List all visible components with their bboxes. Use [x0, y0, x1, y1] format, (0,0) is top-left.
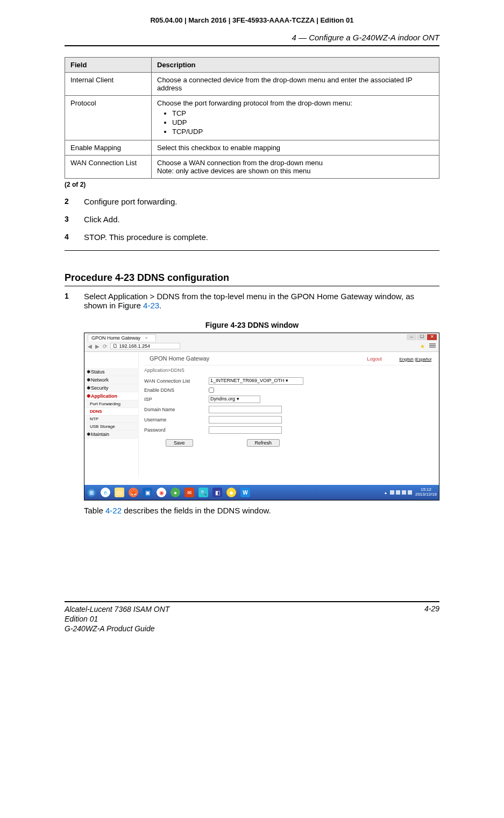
ie-icon[interactable]: e: [101, 488, 110, 497]
cell-desc: Choose a connected device from the drop-…: [152, 73, 439, 96]
footer-line-1: Alcatel-Lucent 7368 ISAM ONT: [65, 604, 169, 614]
taskbar-icons: ⊞ e 🗀 🦊 ▣ ◉ ● ✉ 🔍 ◧ ☻ W: [87, 488, 250, 497]
show-hidden-icon[interactable]: ▴: [385, 490, 387, 495]
green-app-icon[interactable]: ●: [171, 488, 180, 497]
close-icon[interactable]: ×: [145, 335, 148, 341]
close-icon[interactable]: ✕: [427, 334, 437, 340]
isp-select[interactable]: Dyndns.org ▾: [209, 396, 260, 403]
password-input[interactable]: [209, 426, 282, 434]
bookmark-icon[interactable]: ★: [420, 343, 425, 349]
sidebar-item-portforwarding[interactable]: Port Forwarding: [84, 400, 138, 408]
step-text-post: .: [159, 301, 161, 310]
cell-desc: Choose a WAN connection from the drop-do…: [152, 156, 439, 179]
step-text: Select Application > DDNS from the top-l…: [84, 292, 439, 310]
sidebar-item-application[interactable]: ✱Application: [84, 392, 138, 400]
step-number: 3: [65, 215, 84, 224]
table-ref-link[interactable]: 4-22: [105, 506, 122, 515]
breadcrumb: Application>DDNS: [144, 368, 434, 373]
sidebar-item-status[interactable]: ✱Status: [84, 368, 138, 376]
reload-icon[interactable]: ⟳: [103, 343, 108, 349]
domain-input[interactable]: [209, 406, 282, 413]
procedure-heading: Procedure 4-23 DDNS configuration: [65, 272, 439, 284]
protocol-list: TCP UDP TCP/UDP: [157, 109, 434, 136]
form-row-isp: ISP Dyndns.org ▾: [144, 396, 434, 403]
table-row: WAN Connection List Choose a WAN connect…: [65, 156, 439, 179]
taskbar-clock[interactable]: 15:12 2013/12/18: [415, 488, 437, 497]
refresh-button[interactable]: Refresh: [247, 439, 280, 447]
ddns-window-figure: GPON Home Gateway × ◀ ▶ ⟳ 🗋 192.168.1.25…: [84, 333, 439, 500]
messenger-icon[interactable]: ✉: [184, 488, 194, 497]
menu-icon[interactable]: [429, 343, 436, 348]
username-input[interactable]: [209, 416, 282, 424]
yellow-app-icon[interactable]: ☻: [226, 488, 236, 497]
step-number: 4: [65, 232, 84, 242]
tray-icons: [390, 490, 412, 495]
page-number: 4-29: [424, 604, 439, 634]
step-text: Configure port forwarding.: [84, 197, 439, 206]
list-item: TCP/UDP: [172, 128, 434, 136]
username-label: Username: [144, 417, 209, 422]
section-title: 4 — Configure a G-240WZ-A indoor ONT: [65, 33, 439, 42]
lang-espanol-link[interactable]: Español: [416, 357, 431, 362]
wan-select[interactable]: 1_INTERNET_TR069_VOIP_OTH ▾: [209, 377, 303, 385]
start-button-icon[interactable]: ⊞: [87, 488, 96, 497]
explorer-icon[interactable]: 🗀: [115, 488, 124, 497]
procedure-end-rule: [65, 250, 439, 251]
url-input[interactable]: 🗋 192.168.1.254: [110, 343, 180, 349]
chrome-icon[interactable]: ◉: [157, 488, 166, 497]
minimize-icon[interactable]: –: [407, 334, 416, 340]
sidebar-item-security[interactable]: ✱Security: [84, 384, 138, 392]
recorder-icon[interactable]: ◧: [212, 488, 222, 497]
tray-icon[interactable]: [396, 490, 400, 495]
sidebar-item-usb[interactable]: USB Storage: [84, 423, 138, 431]
form-row-username: Username: [144, 416, 434, 424]
sidebar-item-label: Status: [91, 369, 105, 375]
save-button[interactable]: Save: [166, 439, 193, 447]
figure-ref-link[interactable]: 4-23: [143, 301, 159, 310]
step-text: STOP. This procedure is complete.: [84, 232, 439, 242]
sidebar-item-label: Maintain: [91, 432, 109, 437]
cell-field: WAN Connection List: [65, 156, 152, 179]
window-controls: – ☐ ✕: [407, 334, 437, 340]
fields-table: Field Description Internal Client Choose…: [65, 57, 439, 179]
post-figure-text: Table 4-22 describes the fields in the D…: [84, 506, 439, 515]
footer-rule: [65, 601, 439, 602]
cell-field: Enable Mapping: [65, 140, 152, 156]
form-row-wan: WAN Connection List 1_INTERNET_TR069_VOI…: [144, 377, 434, 385]
back-icon[interactable]: ◀: [88, 343, 93, 349]
browser-tab[interactable]: GPON Home Gateway ×: [88, 334, 156, 341]
th-desc: Description: [152, 58, 439, 73]
enable-ddns-checkbox[interactable]: [209, 387, 214, 393]
sidebar-item-ddns[interactable]: DDNS: [84, 408, 138, 415]
word-icon[interactable]: W: [240, 488, 250, 497]
tray-icon[interactable]: [390, 490, 394, 495]
footer-line-3: G-240WZ-A Product Guide: [65, 624, 169, 633]
sidebar-item-ntp[interactable]: NTP: [84, 415, 138, 423]
step-row: 2 Configure port forwarding.: [65, 197, 439, 206]
table-footer: (2 of 2): [65, 181, 439, 188]
sidebar: ✱Status ✱Network ✱Security ✱Application …: [84, 352, 139, 478]
sidebar-item-network[interactable]: ✱Network: [84, 376, 138, 384]
table-row: Enable Mapping Select this checkbox to e…: [65, 140, 439, 156]
lang-english-link[interactable]: English: [400, 357, 414, 362]
table-row: Internal Client Choose a connected devic…: [65, 73, 439, 96]
forward-icon[interactable]: ▶: [95, 343, 101, 349]
text-pre: Table: [84, 506, 105, 515]
text-post: describes the fields in the DDNS window.: [122, 506, 271, 515]
cell-desc: Choose the port forwarding protocol from…: [152, 96, 439, 140]
step-text-pre: Select Application > DDNS from the top-l…: [84, 292, 414, 310]
logout-link[interactable]: Logout: [367, 356, 382, 362]
firefox-icon[interactable]: 🦊: [129, 488, 138, 497]
tray-icon[interactable]: [408, 490, 412, 495]
magnifier-icon[interactable]: 🔍: [198, 488, 208, 497]
cell-field: Protocol: [65, 96, 152, 140]
tray-icon[interactable]: [402, 490, 406, 495]
virtualbox-icon[interactable]: ▣: [143, 488, 152, 497]
maximize-icon[interactable]: ☐: [417, 334, 427, 340]
form-row-enable: Enable DDNS: [144, 387, 434, 393]
sidebar-item-maintain[interactable]: ✱Maintain: [84, 431, 138, 439]
cell-desc-text: Choose a WAN connection from the drop-do…: [157, 159, 434, 167]
document-header: R05.04.00 | March 2016 | 3FE-45933-AAAA-…: [65, 16, 439, 24]
form-row-password: Password: [144, 426, 434, 434]
sidebar-item-label: Security: [91, 385, 109, 391]
